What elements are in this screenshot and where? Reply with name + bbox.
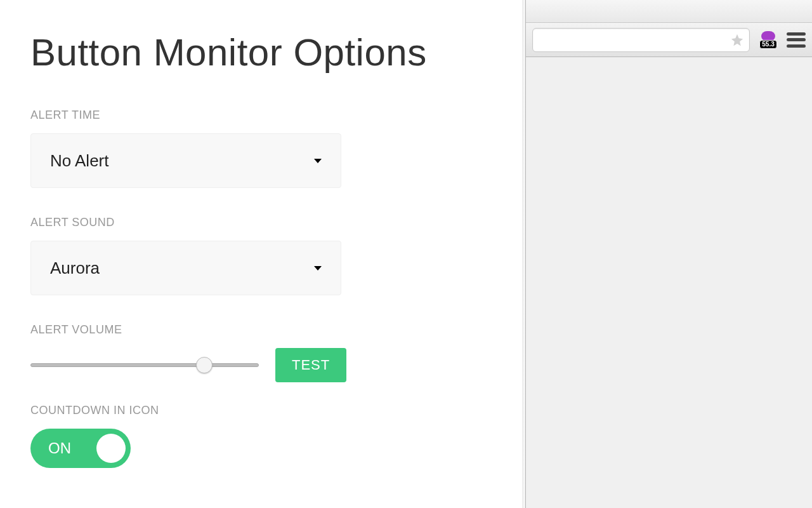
toolbar: 55.3 [526,23,812,57]
browser-chrome: 55.3 [525,0,812,508]
options-panel: Button Monitor Options ALERT TIME No Ale… [0,0,525,508]
extension-badge: 55.3 [759,40,776,49]
url-bar[interactable] [532,28,750,52]
volume-row: TEST [30,348,494,382]
toggle-knob [96,434,126,463]
hamburger-menu-icon[interactable] [787,32,806,48]
label-alert-time: ALERT TIME [30,109,494,122]
page-title: Button Monitor Options [30,30,494,74]
chevron-down-icon [314,159,322,163]
slider-thumb[interactable] [196,357,213,373]
select-alert-sound[interactable]: Aurora [30,241,341,295]
chevron-down-icon [314,266,322,271]
select-alert-time[interactable]: No Alert [30,133,341,188]
select-alert-time-value: No Alert [50,151,109,171]
slider-track [30,363,259,367]
toggle-state-label: ON [48,439,71,457]
label-countdown: COUNTDOWN IN ICON [30,404,494,417]
star-icon[interactable] [730,33,744,47]
test-button[interactable]: TEST [275,348,346,382]
tab-strip [526,0,812,23]
volume-slider[interactable] [30,356,259,374]
extension-button[interactable]: 55.3 [757,29,779,51]
label-alert-sound: ALERT SOUND [30,216,494,229]
countdown-toggle[interactable]: ON [30,429,131,468]
label-alert-volume: ALERT VOLUME [30,323,494,337]
select-alert-sound-value: Aurora [50,258,100,278]
